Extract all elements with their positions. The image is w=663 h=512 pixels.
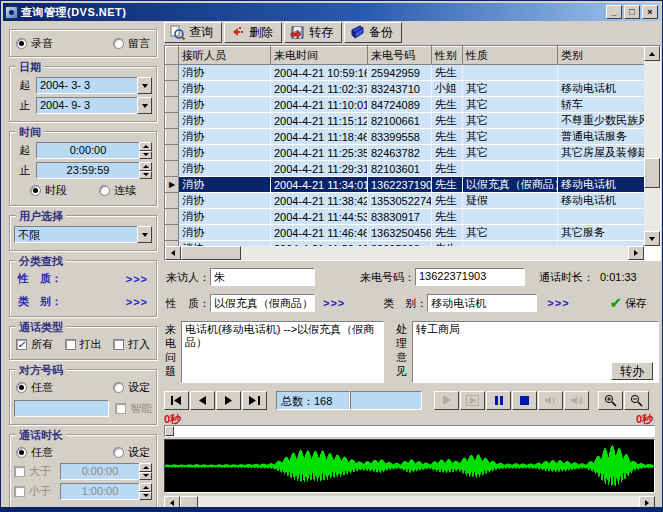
mode-radio-recording[interactable]: 录音 <box>16 36 53 51</box>
row-selector[interactable] <box>166 193 179 209</box>
peer-number-input[interactable] <box>14 400 109 417</box>
table-cell[interactable]: 消协 <box>179 145 271 161</box>
table-cell[interactable]: 2004-4-21 11:10:01 <box>271 97 368 113</box>
table-cell[interactable]: 其它 <box>463 113 558 129</box>
call-type-outgoing-checkbox[interactable]: 打出 <box>65 337 102 352</box>
column-header[interactable]: 性质 <box>463 47 558 65</box>
peer-number-any-radio[interactable]: 任意 <box>16 380 53 395</box>
table-cell[interactable]: 移动电话机 <box>558 177 645 193</box>
category-more-button[interactable]: >>> <box>547 297 569 309</box>
query-button[interactable]: 查询 <box>164 22 222 43</box>
table-row[interactable]: ▶消协2004-4-21 11:34:0113622371903先生以假充真（假… <box>166 177 645 193</box>
column-header[interactable]: 接听人员 <box>179 47 271 65</box>
time-mode-radio-continuous[interactable]: 连续 <box>99 183 136 198</box>
save-button[interactable]: ✔ 保存 <box>609 294 647 312</box>
table-cell[interactable]: 先生 <box>432 209 463 225</box>
table-cell[interactable]: 82103601 <box>368 161 432 177</box>
minimize-button[interactable]: _ <box>606 5 622 19</box>
table-cell[interactable]: 83243710 <box>368 81 432 97</box>
slider-thumb[interactable] <box>165 426 174 436</box>
title-bar[interactable]: 查询管理(DVS.NET) _ □ × <box>3 3 660 21</box>
table-cell[interactable]: 83830917 <box>368 209 432 225</box>
table-cell[interactable] <box>463 161 558 177</box>
scroll-down-icon[interactable] <box>644 231 660 246</box>
table-cell[interactable]: 先生 <box>432 145 463 161</box>
table-cell[interactable]: 其它 <box>463 129 558 145</box>
table-row[interactable]: 消协2004-4-21 11:18:4683399558先生其它普通电话服务张 <box>166 129 645 145</box>
table-cell[interactable]: 2004-4-21 11:15:12 <box>271 113 368 129</box>
category-filter-more-button[interactable]: >>> <box>126 296 148 308</box>
next-record-button[interactable] <box>216 391 241 410</box>
table-cell[interactable]: 82463782 <box>368 145 432 161</box>
nature-more-button[interactable]: >>> <box>323 297 345 309</box>
table-cell[interactable]: 25942959 <box>368 65 432 81</box>
duration-greater-spinner[interactable]: 0:00:00 <box>60 463 152 480</box>
spinner-arrows-icon[interactable] <box>139 162 152 179</box>
column-header[interactable]: 来电号码 <box>368 47 432 65</box>
table-cell[interactable]: 2004-4-21 11:46:46 <box>271 225 368 241</box>
backup-button[interactable]: 备份 <box>344 22 402 43</box>
table-cell[interactable]: 2004-4-21 11:38:42 <box>271 193 368 209</box>
table-cell[interactable]: 先生 <box>432 177 463 193</box>
peer-number-set-radio[interactable]: 设定 <box>113 380 150 395</box>
close-button[interactable]: × <box>642 5 658 19</box>
row-selector[interactable]: ▶ <box>166 177 179 193</box>
table-cell[interactable]: 84724089 <box>368 97 432 113</box>
table-cell[interactable]: 82100661 <box>368 113 432 129</box>
duration-less-checkbox[interactable]: 小于 <box>14 484 60 499</box>
table-cell[interactable]: 13622371903 <box>368 177 432 193</box>
caller-number-input[interactable]: 13622371903 <box>415 268 525 286</box>
visitor-input[interactable]: 朱 <box>210 268 315 286</box>
table-cell[interactable]: 消协 <box>179 209 271 225</box>
chevron-down-icon[interactable] <box>137 97 152 114</box>
forward-button[interactable]: 转办 <box>611 362 653 380</box>
nature-input[interactable]: 以假充真（假商品） <box>210 294 315 312</box>
row-selector[interactable] <box>166 145 179 161</box>
table-cell[interactable]: 消协 <box>179 113 271 129</box>
table-cell[interactable]: 2004-4-21 10:59:16 <box>271 65 368 81</box>
table-cell[interactable]: 其它服务 <box>558 225 645 241</box>
table-cell[interactable]: 其它 <box>463 97 558 113</box>
date-to-select[interactable]: 2004- 9- 3 <box>36 97 152 114</box>
duration-set-radio[interactable]: 设定 <box>113 445 150 460</box>
duration-any-radio[interactable]: 任意 <box>16 445 53 460</box>
table-row[interactable]: 消协2004-4-21 11:10:0184724089先生其它轿车陈 <box>166 97 645 113</box>
table-cell[interactable] <box>463 209 558 225</box>
column-header[interactable]: 来电时间 <box>271 47 368 65</box>
table-cell[interactable] <box>558 161 645 177</box>
previous-record-button[interactable] <box>190 391 215 410</box>
row-selector[interactable] <box>166 113 179 129</box>
table-cell[interactable]: 13632504562 <box>368 225 432 241</box>
table-cell[interactable]: 小姐 <box>432 81 463 97</box>
table-header-row[interactable]: 接听人员来电时间来电号码性别性质类别来 <box>166 47 645 65</box>
column-header[interactable]: 性别 <box>432 47 463 65</box>
table-cell[interactable]: 2004-4-21 11:34:01 <box>271 177 368 193</box>
table-row[interactable]: 消协2004-4-21 11:44:5383830917先生 <box>166 209 645 225</box>
table-cell[interactable] <box>558 209 645 225</box>
table-row[interactable]: 消协2004-4-21 11:29:3182103601先生 <box>166 161 645 177</box>
category-input[interactable]: 移动电话机 <box>427 294 537 312</box>
table-cell[interactable]: 2004-4-21 11:25:35 <box>271 145 368 161</box>
volume-down-button[interactable] <box>538 391 563 410</box>
table-cell[interactable]: 消协 <box>179 225 271 241</box>
row-selector[interactable] <box>166 209 179 225</box>
table-cell[interactable]: 2004-4-21 11:18:46 <box>271 129 368 145</box>
nature-filter-more-button[interactable]: >>> <box>126 273 148 285</box>
user-select[interactable]: 不限 <box>14 226 152 243</box>
table-row[interactable]: 消协2004-4-21 11:02:3783243710小姐其它移动电话机陈 <box>166 81 645 97</box>
table-cell[interactable]: 消协 <box>179 161 271 177</box>
table-row[interactable]: 消协2004-4-21 11:25:3582463782先生其它其它房屋及装修建… <box>166 145 645 161</box>
table-cell[interactable]: 先生 <box>432 193 463 209</box>
chevron-down-icon[interactable] <box>137 77 152 94</box>
first-record-button[interactable] <box>164 391 189 410</box>
call-type-incoming-checkbox[interactable]: 打入 <box>113 337 150 352</box>
time-to-spinner[interactable]: 23:59:59 <box>36 162 152 179</box>
table-cell[interactable] <box>463 65 558 81</box>
pause-button[interactable] <box>486 391 511 410</box>
volume-up-button[interactable] <box>564 391 589 410</box>
row-selector[interactable] <box>166 161 179 177</box>
stop-button[interactable] <box>512 391 537 410</box>
table-cell[interactable]: 轿车 <box>558 97 645 113</box>
maximize-button[interactable]: □ <box>624 5 640 19</box>
table-cell[interactable]: 先生 <box>432 113 463 129</box>
